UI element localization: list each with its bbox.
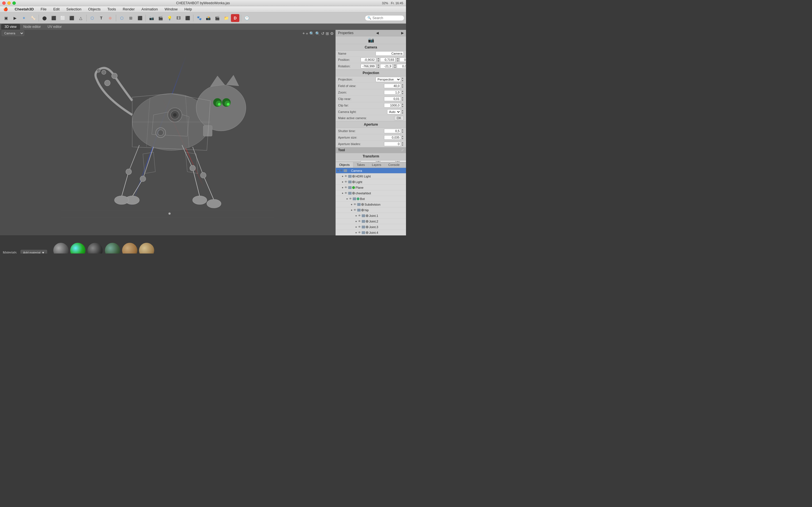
- app-menu[interactable]: Cheetah3D: [13, 6, 35, 12]
- bones-btn[interactable]: 🦴: [29, 14, 37, 22]
- light-btn[interactable]: 💡: [165, 14, 174, 22]
- rot-y-input[interactable]: [380, 64, 393, 68]
- obj-item-hdri[interactable]: ● 👁 HDRI Light: [336, 173, 406, 179]
- film-btn[interactable]: 🎬: [213, 14, 221, 22]
- eye-icon-bot[interactable]: ●: [346, 197, 348, 200]
- aperture-size-spinner[interactable]: ▲▼: [402, 135, 404, 140]
- tab-3d-view[interactable]: 3D view: [1, 24, 20, 30]
- logo-btn[interactable]: D: [231, 14, 239, 22]
- obj-item-hip[interactable]: ● 👁 hip: [336, 207, 406, 213]
- name-input[interactable]: [375, 51, 404, 56]
- material-metal-purpel[interactable]: Metal Purpel: [87, 243, 103, 253]
- menu-help[interactable]: Help: [183, 6, 193, 12]
- vis-icon-plane[interactable]: 👁: [345, 186, 347, 189]
- camera-light-select[interactable]: AutoOnOff: [387, 109, 401, 114]
- make-active-btn[interactable]: OK: [394, 116, 404, 120]
- tab-console[interactable]: Console: [385, 162, 403, 168]
- camera-select[interactable]: Camera Perspective Top Front: [2, 31, 24, 36]
- shutter-input[interactable]: [384, 129, 401, 133]
- menu-file[interactable]: File: [40, 6, 48, 12]
- vis-icon-hip[interactable]: 👁: [354, 209, 356, 212]
- menu-window[interactable]: Window: [163, 6, 179, 12]
- poly-btn[interactable]: ⬡: [88, 14, 96, 22]
- obj-item-cheetahbot[interactable]: ● 👁 cheetahbot: [336, 190, 406, 196]
- tab-uv-editor[interactable]: UV editor: [44, 24, 65, 30]
- cone-btn[interactable]: △: [77, 14, 85, 22]
- menu-selection[interactable]: Selection: [65, 6, 82, 12]
- props-nav-right[interactable]: ▶: [401, 31, 404, 35]
- zoom-spinner[interactable]: ▲▼: [402, 90, 404, 95]
- rot-x-spinner[interactable]: ▲▼: [377, 64, 379, 69]
- vis-icon-camera[interactable]: 👁: [340, 169, 343, 172]
- clip-far-input[interactable]: [384, 103, 401, 108]
- material-metal-green[interactable]: Metal Green: [105, 243, 120, 253]
- tab-takes[interactable]: Takes: [353, 162, 368, 168]
- clip-far-spinner[interactable]: ▲▼: [402, 103, 404, 108]
- subdiv-btn[interactable]: ⬡: [117, 14, 126, 22]
- search-input[interactable]: [372, 16, 402, 20]
- tab-node-editor[interactable]: Node editor: [20, 24, 44, 30]
- clip-near-spinner[interactable]: ▲▼: [402, 96, 404, 101]
- obj-item-light[interactable]: ● 👁 Light: [336, 179, 406, 185]
- fov-input[interactable]: [384, 83, 401, 88]
- vis-icon-j2[interactable]: 👁: [358, 220, 361, 223]
- apple-menu[interactable]: 🍎: [2, 6, 9, 12]
- eye-icon-cheetahbot[interactable]: ●: [342, 191, 343, 194]
- deform-btn[interactable]: ⬛: [136, 14, 144, 22]
- aperture-size-input[interactable]: [384, 135, 401, 140]
- aperture-blades-spinner[interactable]: ▲▼: [402, 142, 404, 147]
- cam-light-spinner[interactable]: ▲▼: [402, 109, 404, 114]
- close-button[interactable]: [2, 1, 6, 5]
- vis-icon-j1[interactable]: 👁: [358, 214, 361, 217]
- vis-icon-cheetahbot[interactable]: 👁: [345, 191, 347, 194]
- vis-icon-sub[interactable]: 👁: [354, 203, 356, 206]
- vis-icon-j4[interactable]: 👁: [358, 231, 361, 234]
- search-bar[interactable]: 🔍: [365, 15, 404, 21]
- menu-render[interactable]: Render: [121, 6, 136, 12]
- display-mode-btn[interactable]: ▣: [2, 14, 10, 22]
- pos-y-input[interactable]: [380, 57, 396, 62]
- shutter-spinner[interactable]: ▲▼: [402, 128, 404, 133]
- cube-btn[interactable]: ⬛: [49, 14, 58, 22]
- eye-icon-hip[interactable]: ●: [351, 209, 352, 212]
- obj-item-bot[interactable]: ● 👁 Bot: [336, 196, 406, 202]
- eye-icon-j4[interactable]: ●: [355, 231, 357, 234]
- pos-x-spinner[interactable]: ▲▼: [377, 57, 379, 62]
- text-btn[interactable]: T: [97, 14, 105, 22]
- anim-btn[interactable]: 🎞: [174, 14, 183, 22]
- clip-near-input[interactable]: [384, 97, 401, 101]
- pos-y-spinner[interactable]: ▲▼: [397, 57, 399, 62]
- tab-objects[interactable]: Objects: [336, 162, 353, 168]
- rot-z-input[interactable]: [397, 64, 406, 68]
- eye-icon-camera[interactable]: ●: [337, 169, 339, 172]
- obj-item-joint3[interactable]: ● 👁 Joint.3: [336, 224, 406, 230]
- obj-item-camera[interactable]: ● 👁 Camera: [336, 168, 406, 173]
- vis-icon-light[interactable]: 👁: [345, 180, 347, 183]
- eye-icon-j2[interactable]: ●: [355, 220, 357, 223]
- fov-spinner[interactable]: ▲▼: [402, 83, 404, 89]
- obj-item-joint4[interactable]: ● 👁 Joint.4: [336, 230, 406, 235]
- add-material-button[interactable]: Add material ▼: [20, 250, 47, 254]
- menu-tools[interactable]: Tools: [106, 6, 117, 12]
- eye-icon-plane[interactable]: ●: [342, 186, 343, 189]
- eye-icon-light[interactable]: ●: [342, 180, 343, 183]
- pos-z-input[interactable]: [400, 57, 406, 62]
- proj-spinner[interactable]: ▲▼: [402, 77, 404, 82]
- zoom-input[interactable]: [384, 90, 401, 95]
- snapshot-btn[interactable]: 📸: [204, 14, 212, 22]
- paw-btn[interactable]: 🐾: [195, 14, 203, 22]
- boolean-btn[interactable]: ⊞: [126, 14, 135, 22]
- material-floor[interactable]: floor: [122, 243, 137, 253]
- menu-objects[interactable]: Objects: [87, 6, 102, 12]
- clock-btn[interactable]: 🕐: [243, 14, 251, 22]
- menu-animation[interactable]: Animation: [140, 6, 159, 12]
- box-btn[interactable]: ⬜: [58, 14, 67, 22]
- obj-item-joint1[interactable]: ● 👁 Joint.1: [336, 213, 406, 219]
- pos-x-input[interactable]: [361, 57, 376, 62]
- camera-btn[interactable]: 📷: [147, 14, 156, 22]
- material-material[interactable]: Material: [139, 243, 154, 253]
- material-eyes[interactable]: Eyes: [70, 243, 86, 253]
- eye-icon-j3[interactable]: ●: [355, 225, 357, 228]
- rot-y-spinner[interactable]: ▲▼: [394, 64, 396, 69]
- tab-layers[interactable]: Layers: [368, 162, 385, 168]
